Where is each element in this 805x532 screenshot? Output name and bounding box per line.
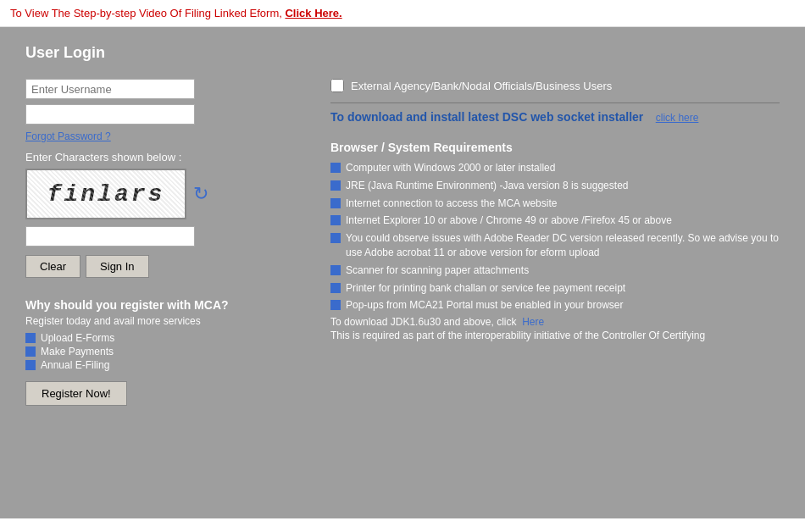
list-item: You could observe issues with Adobe Read… [330, 231, 780, 260]
list-item: Printer for printing bank challan or ser… [330, 281, 780, 296]
password-input[interactable] [25, 104, 195, 125]
browser-heading: Browser / System Requirements [330, 141, 780, 154]
dsc-text: To download and install latest DSC web s… [330, 110, 643, 124]
browser-requirements: Browser / System Requirements Computer w… [330, 141, 780, 341]
download-line: To download JDK1.6u30 and above, click H… [330, 316, 780, 328]
register-subtext: Register today and avail more services [25, 315, 297, 327]
list-item: Internet Explorer 10 or above / Chrome 4… [330, 213, 780, 228]
captcha-input[interactable] [25, 226, 195, 247]
list-item: Make Payments [25, 346, 297, 357]
bullet-icon [330, 163, 341, 173]
bullet-icon [25, 360, 36, 370]
register-heading: Why should you register with MCA? [25, 298, 297, 312]
username-input[interactable] [25, 79, 195, 99]
page-title: User Login [25, 44, 780, 62]
dsc-section: To download and install latest DSC web s… [330, 110, 780, 124]
interop-line: This is required as part of the interope… [330, 330, 780, 341]
register-list: Upload E-Forms Make Payments Annual E-Fi… [25, 332, 297, 371]
bullet-icon [330, 215, 341, 225]
click-here-link[interactable]: Click Here. [285, 7, 341, 19]
bullet-icon [25, 333, 36, 343]
bullet-icon [330, 233, 341, 243]
captcha-image: finlars [25, 169, 186, 219]
list-item: Scanner for scanning paper attachments [330, 263, 780, 278]
signin-button[interactable]: Sign In [86, 255, 148, 278]
clear-button[interactable]: Clear [25, 255, 80, 278]
external-agency-label: External Agency/Bank/Nodal Officials/Bus… [351, 80, 612, 92]
list-item: Computer with Windows 2000 or later inst… [330, 161, 780, 175]
top-bar: To View The Step-by-step Video Of Filing… [0, 0, 805, 27]
list-item: Annual E-Filing [25, 359, 297, 371]
list-item: Internet connection to access the MCA we… [330, 197, 780, 211]
dsc-link[interactable]: click here [656, 112, 699, 124]
captcha-text: finlars [47, 181, 165, 208]
bullet-icon [330, 265, 341, 275]
register-button[interactable]: Register Now! [25, 381, 127, 406]
bullet-icon [330, 283, 341, 293]
list-item: Pop-ups from MCA21 Portal must be enable… [330, 298, 780, 313]
bullet-icon [330, 180, 341, 191]
captcha-label: Enter Characters shown below : [25, 151, 297, 163]
external-agency-checkbox[interactable] [330, 79, 344, 92]
list-item: JRE (Java Runtime Environment) -Java ver… [330, 179, 780, 193]
refresh-icon[interactable]: ↻ [193, 183, 208, 205]
bullet-icon [25, 346, 36, 357]
forgot-password-link[interactable]: Forgot Password ? [25, 130, 111, 142]
divider [330, 103, 780, 103]
bullet-icon [330, 300, 341, 310]
bullet-icon [330, 198, 341, 208]
top-message: To View The Step-by-step Video Of Filing… [10, 7, 282, 19]
download-link[interactable]: Here [522, 316, 544, 328]
list-item: Upload E-Forms [25, 332, 297, 344]
